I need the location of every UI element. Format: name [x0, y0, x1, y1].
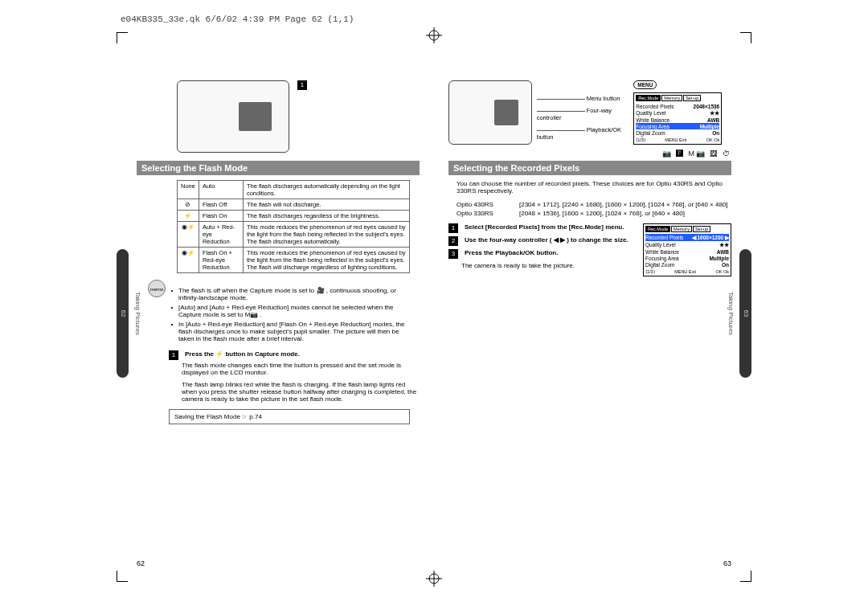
step-marker-1-icon: 1 [297, 80, 307, 90]
spec-row: Optio 430RS[2304 × 1712], [2240 × 1680],… [457, 201, 731, 208]
flash-desc-cell: The flash discharges automatically depen… [243, 181, 409, 199]
pixel-specs: Optio 430RS[2304 × 1712], [2240 × 1680],… [457, 201, 731, 217]
callout-playback: Playback/OK button [537, 126, 621, 141]
step3-body: The camera is ready to take the picture. [461, 262, 637, 269]
flash-desc-cell: The flash will not discharge. [243, 199, 409, 211]
page-left: 62 Taking Pictures 1 Selecting the Flash… [129, 40, 434, 574]
side-label-right: Taking Pictures [723, 249, 738, 378]
side-label-text-right: Taking Pictures [727, 292, 735, 335]
step1-marker: 1 [169, 350, 178, 360]
steps-list: 1Select [Recorded Pixels] from the [Rec.… [448, 223, 637, 276]
step-text: Select [Recorded Pixels] from the [Rec.M… [465, 223, 624, 233]
menu-button-label: MENU [633, 80, 657, 89]
step1-title: Press the ⚡ button in Capture mode. [185, 350, 300, 360]
flash-icon-cell: ◉⚡ [178, 248, 199, 273]
camera-illustration-left [177, 80, 289, 153]
thumb-tab-num: 62 [119, 310, 126, 317]
crop-mark-tr [740, 32, 751, 43]
thumb-tab-num-right: 63 [742, 310, 749, 317]
intro-text: You can choose the number of recorded pi… [457, 180, 731, 194]
flash-icon-cell: None [178, 181, 199, 199]
flash-mode-cell: Flash On + Red-eye Reduction [199, 248, 243, 273]
flash-desc-cell: This mode reduces the phenomenon of red … [243, 248, 409, 273]
step-marker-3: 3 [448, 249, 458, 259]
page-right: 63 Taking Pictures Menu button Four-way … [434, 40, 739, 574]
step-text: Press the Playback/OK button. [465, 249, 558, 259]
lcd-menu-screenshot-1: Rec.ModeMemorySet-upRecorded Pixels2048×… [633, 92, 722, 145]
memo-bullet: •In [Auto + Red-eye Reduction] and [Flas… [169, 321, 416, 342]
memo-notes: •The flash is off when the Capture mode … [169, 284, 416, 342]
step-marker-2: 2 [448, 236, 458, 246]
flash-icon-cell: ⚡ [178, 211, 199, 222]
side-label-text: Taking Pictures [134, 292, 141, 335]
page-number-left: 62 [137, 559, 145, 567]
flash-desc-cell: The flash discharges regardless of the b… [243, 211, 409, 222]
flash-mode-cell: Flash Off [199, 199, 243, 211]
memo-bullet: •[Auto] and [Auto + Red-eye Reduction] m… [169, 304, 416, 318]
flash-mode-cell: Flash On [199, 211, 243, 222]
crop-mark-tl [117, 32, 128, 43]
crop-mark-bl [117, 571, 128, 582]
step1-body1: The flash mode changes each time the but… [182, 362, 420, 376]
page-spread: 62 Taking Pictures 1 Selecting the Flash… [129, 40, 739, 574]
flash-mode-cell: Auto + Red-eye Reduction [199, 222, 243, 248]
crop-mark-br [740, 571, 751, 582]
flash-icon-cell: ⊘ [178, 199, 199, 211]
step-marker-1: 1 [448, 223, 458, 233]
flash-mode-table: NoneAutoThe flash discharges automatical… [177, 180, 410, 273]
page-number-right: 63 [723, 559, 731, 567]
thumb-tab-left: 62 [117, 249, 129, 378]
section-title-pixels: Selecting the Recorded Pixels [448, 161, 731, 175]
flash-mode-cell: Auto [199, 181, 243, 199]
step-row: 3Press the Playback/OK button. [448, 249, 637, 259]
step-row: 2Use the four-way controller ( ◀ ▶ ) to … [448, 236, 637, 246]
memo-bullet: •The flash is off when the Capture mode … [169, 287, 416, 301]
step-row: 1Select [Recorded Pixels] from the [Rec.… [448, 223, 637, 233]
spec-row: Optio 330RS[2048 × 1536], [1600 × 1200],… [457, 210, 731, 217]
side-label-left: Taking Pictures [130, 249, 145, 378]
callout-fourway: Four-way controller [537, 107, 612, 121]
thumb-tab-right: 63 [739, 249, 751, 378]
print-header: e04KB335_33e.qk 6/6/02 4:39 PM Page 62 (… [121, 14, 354, 24]
flash-desc-cell: This mode reduces the phenomenon of red … [243, 222, 409, 248]
step-text: Use the four-way controller ( ◀ ▶ ) to c… [465, 236, 628, 246]
camera-illustration-right [448, 80, 532, 145]
cross-reference-box: Saving the Flash Mode ☞ p.74 [169, 409, 410, 424]
memo-icon: memo [148, 280, 166, 297]
section-title-flash: Selecting the Flash Mode [137, 161, 420, 175]
mode-icons-row: 📷 🅿 M📷 🖼 ⏱ [448, 149, 731, 158]
flash-icon-cell: ◉⚡ [178, 222, 199, 248]
step1-body2: The flash lamp blinks red while the flas… [182, 381, 420, 403]
callout-menu-button: Menu button [587, 95, 620, 102]
lcd-menu-screenshot-2: Rec.ModeMemorySet-upRecorded Pixels◀ 160… [643, 223, 731, 276]
